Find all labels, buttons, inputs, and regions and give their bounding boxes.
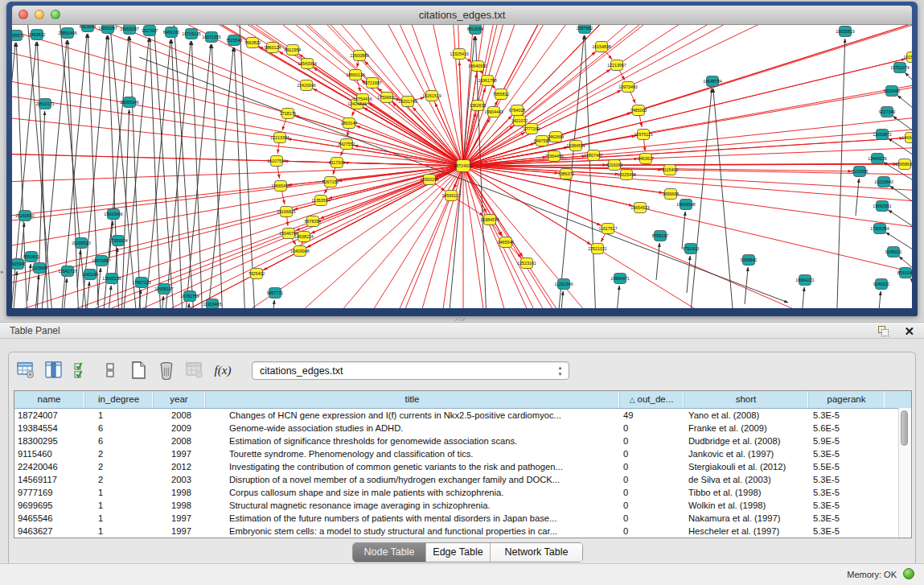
table-options-icon[interactable]	[15, 360, 36, 381]
citation-edge-red	[463, 166, 620, 308]
node-table: namein_degreeyeartitle△out_de...shortpag…	[14, 390, 912, 538]
tab-edge-table[interactable]: Edge Table	[426, 543, 491, 562]
table-header-row: namein_degreeyeartitle△out_de...shortpag…	[14, 391, 911, 409]
network-window-titlebar[interactable]: citations_edges.txt	[12, 6, 912, 25]
graph-node-label: 12444139	[868, 156, 887, 161]
panel-resize-handle[interactable]	[455, 317, 465, 321]
tab-node-table[interactable]: Node Table	[353, 543, 426, 562]
column-header-in-degree[interactable]: in_degree	[84, 391, 153, 408]
graph-node-label: 20055346	[120, 100, 139, 105]
graph-node-label: 18724007	[454, 163, 473, 168]
delete-column-icon[interactable]	[156, 360, 177, 381]
graph-node-label: 2087682	[577, 26, 593, 31]
table-row[interactable]: 911546021997Tourette syndrome. Phenomeno…	[14, 447, 911, 460]
cell-title: Investigating the contribution of common…	[205, 460, 619, 473]
select-all-columns-icon[interactable]	[72, 360, 92, 381]
network-canvas[interactable]: 1872400794055711493822208914068313044165…	[12, 25, 912, 308]
table-row[interactable]: 946362711997Embryonic stem cells: a mode…	[14, 525, 911, 538]
graph-node-label: 22420046	[297, 83, 316, 88]
citation-edge-black	[239, 25, 257, 308]
graph-node-label: 10154882	[903, 55, 912, 60]
graph-node-label: 17359924	[109, 238, 128, 243]
cell-year: 1998	[153, 499, 205, 512]
clear-selection-icon[interactable]	[100, 360, 121, 381]
cell-name: 9465546	[14, 512, 84, 525]
close-panel-icon[interactable]: ✕	[904, 323, 914, 339]
graph-node-label: 16409948	[290, 249, 310, 253]
citation-edge-red	[40, 166, 463, 308]
table-row[interactable]: 977716911998Corpus callosum shape and si…	[14, 486, 911, 499]
network-graph[interactable]: 1872400794055711493822208914068313044165…	[12, 25, 912, 308]
table-select-dropdown[interactable]: citations_edges.txt ▲▼	[252, 361, 569, 380]
column-header-title[interactable]: title	[205, 391, 619, 408]
graph-node-label: 9156842	[741, 257, 758, 262]
network-window[interactable]: citations_edges.txt 18724007940557114938…	[6, 2, 918, 316]
table-select-value: citations_edges.txt	[260, 365, 343, 377]
collapse-arrow-icon[interactable]: ▸	[1, 269, 4, 275]
cell-out-de-: 0	[619, 486, 684, 499]
graph-node-label: 9465546	[498, 240, 515, 245]
table-row[interactable]: 2242004622012Investigating the contribut…	[14, 460, 911, 473]
scrollbar-thumb[interactable]	[901, 410, 908, 446]
table-row[interactable]: 1872400712008Changes of HCN gene express…	[14, 409, 911, 422]
column-header-pagerank[interactable]: pagerank	[808, 391, 885, 408]
tab-network-table[interactable]: Network Table	[491, 543, 582, 562]
cell-in-degree: 1	[84, 409, 153, 422]
graph-node-label: 16107554	[267, 159, 286, 163]
column-header-name[interactable]: name	[14, 391, 84, 408]
graph-node-label: 11923465	[203, 302, 221, 307]
citation-edge-black	[656, 243, 659, 280]
citation-edge-black	[77, 250, 80, 287]
graph-node-label: 15721687	[363, 80, 382, 85]
graph-node-label: 6466160	[163, 30, 180, 35]
graph-node-label: 15692951	[873, 204, 892, 208]
citation-edge-red	[463, 25, 848, 166]
cell-out-de-: 0	[619, 473, 684, 486]
window-title: citations_edges.txt	[12, 9, 912, 21]
graph-node-label: 16961758	[478, 78, 497, 83]
column-header-out-de-[interactable]: △out_de...	[619, 391, 684, 408]
cell-title: Genome-wide association studies in ADHD.	[205, 422, 619, 435]
table-row[interactable]: 969969511998Structural magnetic resonanc…	[14, 499, 911, 512]
table-row[interactable]: 1830029562008Estimation of significance …	[14, 435, 911, 447]
graph-node-label: 1362615	[470, 103, 487, 108]
column-header-short[interactable]: short	[684, 391, 808, 408]
cell-name: 18724007	[14, 409, 84, 422]
table-row[interactable]: 1456911722003Disruption of a novel membe…	[14, 473, 911, 486]
cell-short: de Silva et al. (2003)	[684, 473, 808, 486]
cell-title: Disruption of a novel member of a sodium…	[205, 473, 619, 486]
graph-node-label: 8267150	[322, 179, 339, 184]
graph-node-label: 10719135	[182, 31, 201, 36]
citation-edge-black	[856, 179, 859, 216]
graph-node-label: 19665495	[271, 183, 290, 188]
graph-node-label: 13201749	[398, 99, 417, 104]
sort-ascending-icon: △	[630, 396, 635, 404]
cell-pagerank: 5.3E-5	[808, 473, 885, 486]
citation-edge-black	[687, 256, 690, 293]
cell-name: 9699695	[14, 499, 84, 512]
graph-node-label: 9115460	[662, 167, 678, 172]
table-row[interactable]: 1938455462009Genome-wide association stu…	[14, 422, 911, 435]
delete-table-icon[interactable]	[184, 360, 205, 381]
citation-edge-red	[463, 166, 633, 206]
graph-node-label: 9777169	[524, 126, 540, 131]
status-bar: Memory: OK	[0, 563, 924, 585]
graph-node-label: 17957223	[132, 280, 151, 285]
graph-node-label: 16409548	[676, 202, 696, 207]
graph-node-label: 12975115	[634, 132, 652, 137]
float-window-icon[interactable]	[878, 326, 889, 336]
function-builder-icon[interactable]: f(x)	[212, 360, 233, 381]
graph-node-label: 16782759	[180, 294, 199, 299]
graph-node-label: 8313044	[80, 25, 97, 29]
graph-node-label: 15751074	[890, 65, 910, 70]
vertical-scrollbar[interactable]	[898, 408, 911, 538]
memory-status-indicator[interactable]	[903, 568, 914, 579]
graph-node-label: 12093872	[873, 132, 892, 137]
table-row[interactable]: 946554611997Estimation of the future num…	[14, 512, 911, 525]
new-column-icon[interactable]	[128, 360, 149, 381]
cell-year: 2012	[153, 460, 205, 473]
graph-node-label: 2718176	[280, 111, 297, 116]
column-header-year[interactable]: year	[153, 391, 205, 408]
show-columns-icon[interactable]	[43, 360, 64, 381]
cell-in-degree: 6	[84, 435, 153, 447]
